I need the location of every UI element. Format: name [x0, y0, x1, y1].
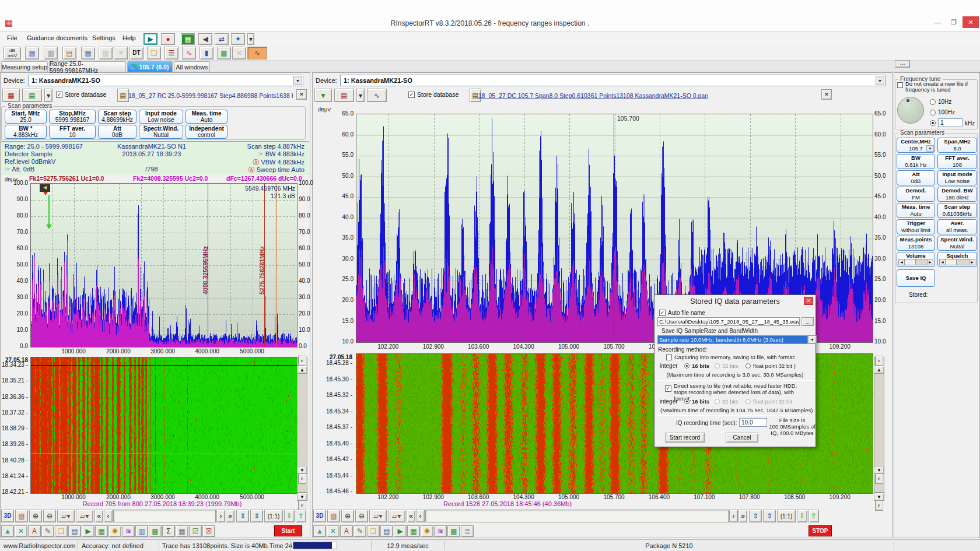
squelch-control-slider[interactable]: ◄► — [939, 259, 975, 265]
font-size-icon[interactable]: A — [28, 525, 41, 537]
browse-button[interactable]: ... — [802, 317, 814, 326]
level-meter-icon[interactable]: ☰ — [164, 47, 178, 59]
record-button[interactable]: ● — [161, 33, 175, 45]
chevron-down-icon[interactable]: ▼ — [808, 335, 817, 344]
sidebar-param-meas-time[interactable]: Meas. timeAuto — [897, 203, 935, 218]
bits32-radio-2[interactable] — [715, 399, 720, 404]
minimize-button[interactable]: — — [930, 16, 945, 28]
start-button[interactable]: Start — [274, 525, 302, 536]
sidebar-param-att[interactable]: Att0dB — [897, 170, 935, 185]
palette-icon[interactable]: ▧ — [327, 510, 340, 522]
scroll-page-down-icon[interactable]: ▼ — [874, 493, 884, 501]
scale-ratio-button[interactable]: (1:1) — [777, 510, 796, 522]
math-icon[interactable]: Σ — [162, 525, 175, 537]
scroll-up-icon[interactable]: ▲ — [874, 366, 884, 374]
sidebar-param-scan-step[interactable]: Scan step0.61036kHz — [937, 203, 977, 218]
trace-view-icon[interactable]: ▲ — [1, 525, 14, 537]
save-trace-icon[interactable]: ▤ — [68, 525, 81, 537]
limit-lines-icon[interactable]: ≋ — [434, 525, 447, 537]
menu-item-file[interactable]: File — [7, 34, 18, 41]
more-button[interactable]: ⋯ — [895, 60, 910, 68]
chevron-down-icon[interactable]: ▾ — [356, 89, 365, 102]
tune-knob[interactable] — [897, 97, 924, 124]
menu-item-guidance-documents[interactable]: Guidance documents — [27, 34, 88, 41]
shift-down-icon[interactable]: ⇩ — [797, 510, 807, 522]
split-horizontal-icon[interactable]: ⇕ — [763, 510, 776, 522]
audio-monitor-icon[interactable]: ◀ — [198, 33, 212, 45]
open-folder-icon[interactable]: ❏ — [367, 525, 380, 537]
sidebar-param-fft-aver-[interactable]: FFT aver.108 — [937, 154, 977, 169]
zoom-in-icon[interactable]: ⊕ — [341, 510, 354, 522]
file-path-input[interactable]: C:\Users\al\Desktop\105.7_2018_05_27__18… — [657, 317, 800, 326]
spectrogram-icon[interactable]: ▩ — [447, 525, 460, 537]
left-device-select[interactable]: 1: KassandraMK21-SO▼ — [28, 75, 303, 86]
export-record-icon[interactable]: ▦ — [407, 525, 420, 537]
split-vertical-icon[interactable]: ⇕ — [236, 510, 249, 522]
notebook-icon[interactable]: ▤ — [62, 47, 76, 59]
cross-icon[interactable]: ☒ — [202, 525, 215, 537]
schedule-icon[interactable]: ▦ — [81, 47, 95, 59]
zoom-out-icon[interactable]: ⊖ — [43, 510, 56, 522]
sidebar-param-meas-points[interactable]: Meas.points13108 — [897, 236, 935, 251]
sidebar-param-input-mode[interactable]: Input modeLow noise — [937, 170, 977, 185]
scroll-down-icon[interactable]: ▼ — [874, 466, 884, 474]
sample-rate-select[interactable]: Sample rate 10.0MHz, bandwidth 8.0MHz (3… — [657, 335, 808, 344]
menu-item-help[interactable]: Help — [123, 34, 136, 41]
direct-save-checkbox[interactable]: ✓ — [665, 385, 671, 392]
shift-down-icon[interactable]: ⇩ — [284, 510, 295, 522]
sidebar-param-bw[interactable]: BW0.61k Hz — [897, 154, 935, 169]
scan-param-independent[interactable]: Independentcontrol — [186, 125, 228, 139]
menu-item-settings[interactable]: Settings — [92, 34, 116, 41]
grid-icon[interactable]: ▦ — [176, 525, 188, 537]
save-iq-button[interactable]: Save IQ — [897, 269, 935, 287]
scroll-far-left-icon[interactable]: « — [407, 510, 415, 522]
3d-view-button[interactable]: 3D — [1, 510, 14, 522]
waterfall-icon[interactable]: ▩ — [217, 47, 231, 59]
clear-trace-icon[interactable]: ✕ — [327, 525, 340, 537]
right-store-db-checkbox[interactable]: ✓ — [408, 92, 415, 98]
no-new-file-checkbox[interactable] — [897, 82, 903, 88]
font-size-icon[interactable]: A — [340, 525, 353, 537]
tune-khz-input[interactable]: 1 — [938, 118, 963, 127]
trace-select-b-button[interactable]: ▱▾ — [388, 510, 405, 522]
scroll-left-icon[interactable]: ‹ — [416, 510, 425, 522]
scan-param-scan-step[interactable]: Scan step4.88699kHz — [98, 110, 136, 124]
check-icon[interactable]: ☑ — [189, 525, 202, 537]
chevron-down-icon[interactable]: ▼ — [876, 76, 884, 85]
pen-icon[interactable]: ✎ — [354, 525, 366, 537]
table-columns-icon[interactable]: ▥ — [44, 47, 58, 59]
satellite-icon[interactable]: ✦ — [231, 33, 245, 45]
spectrum-pink-icon[interactable]: ∿ — [182, 47, 196, 59]
scroll-far-left-icon[interactable]: « — [94, 510, 103, 522]
tune-100hz-radio[interactable] — [930, 110, 936, 115]
sidebar-param-demod-bw[interactable]: Demod. BW180.0kHz — [937, 187, 977, 202]
left-spectrum-chart[interactable] — [30, 183, 298, 348]
split-horizontal-icon[interactable]: ⇕ — [250, 510, 263, 522]
capture-memory-checkbox[interactable] — [666, 355, 672, 360]
volume-control[interactable]: Volume◄► — [897, 252, 935, 267]
close-file-icon[interactable]: ✕ — [296, 89, 307, 100]
volume-control-slider[interactable]: ◄► — [898, 259, 933, 265]
sidebar-param-demod-[interactable]: Demod.FM — [897, 187, 935, 202]
stop-button[interactable]: STOP — [808, 525, 832, 536]
sidebar-param-spectr-wind-[interactable]: Spectr.Wind.Nuttal — [937, 236, 977, 251]
chevron-down-icon[interactable]: ▾ — [44, 89, 52, 102]
antenna-config-icon[interactable]: ▦ — [2, 89, 20, 102]
left-file-link[interactable]: 18_05_27 RC 25.0-5999.998167 Step4.88698… — [128, 92, 293, 99]
tab-current-range[interactable]: 105.7 (8.0) — [127, 61, 173, 72]
wave-record-button[interactable]: ∿ — [247, 47, 267, 59]
sidebar-param-span-mhz[interactable]: Span,MHz8.0 — [937, 138, 977, 153]
limit-lines-icon[interactable]: ≋ — [122, 525, 135, 537]
start-measure-button[interactable]: ▶ — [144, 33, 158, 45]
scan-param-start-mhz[interactable]: Start, MHz25.0 — [5, 110, 47, 124]
signal-route-icon[interactable]: ⇄ — [215, 33, 229, 45]
scan-param-input-mode[interactable]: Input modeLow noise — [139, 110, 183, 124]
start-record-button[interactable]: Start record — [665, 433, 705, 443]
scroll-page-down-icon[interactable]: ▼ — [297, 493, 307, 501]
scan-param-meas-time[interactable]: Meas. timeAuto — [186, 110, 228, 124]
scan-param-bw-[interactable]: BW *4.883kHz — [5, 125, 47, 139]
left-store-db-checkbox[interactable]: ✓ — [56, 92, 62, 98]
split-vertical-icon[interactable]: ⇕ — [749, 510, 762, 522]
scroll-right-icon[interactable]: › — [216, 510, 225, 522]
marker-icon[interactable]: ✱ — [108, 525, 121, 537]
